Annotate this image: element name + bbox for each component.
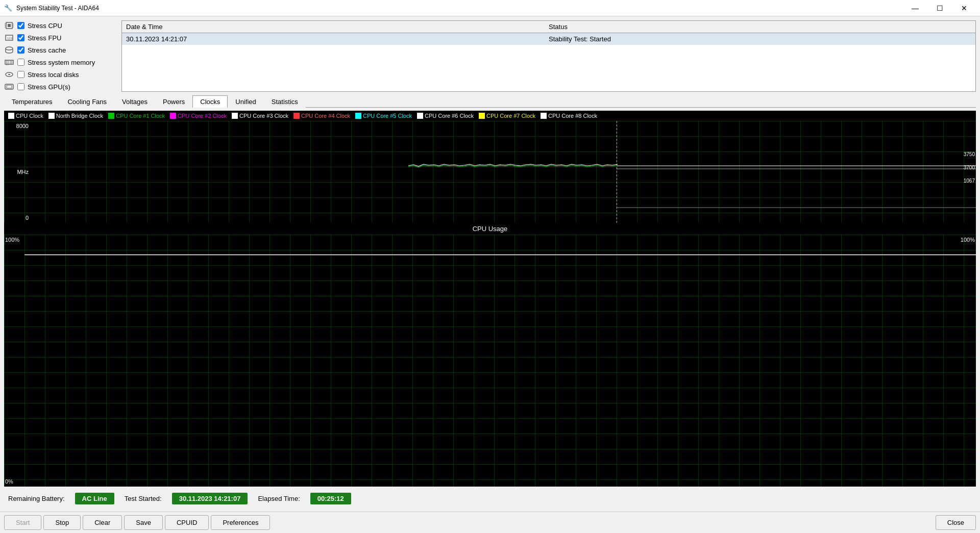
option-stress-gpu: Stress GPU(s) bbox=[4, 82, 116, 92]
app-icon: 🔧 bbox=[4, 4, 12, 12]
tab-temperatures[interactable]: Temperatures bbox=[4, 95, 60, 108]
tab-cooling-fans[interactable]: Cooling Fans bbox=[60, 95, 114, 108]
y-label-0: 0 bbox=[4, 215, 31, 221]
clock-chart-svg bbox=[31, 121, 976, 223]
status-text: Stability Test: Started bbox=[545, 33, 975, 45]
legend-core7-clock: CPU Core #7 Clock bbox=[479, 113, 535, 119]
legend-core4-clock-label: CPU Core #4 Clock bbox=[301, 113, 350, 119]
tab-unified[interactable]: Unified bbox=[228, 95, 263, 108]
stress-cache-label: Stress cache bbox=[28, 46, 66, 54]
legend-core2-clock: CPU Core #2 Clock bbox=[170, 113, 227, 119]
cache-icon bbox=[4, 45, 14, 55]
clear-button[interactable]: Clear bbox=[83, 515, 122, 530]
preferences-button[interactable]: Preferences bbox=[211, 515, 270, 530]
window-title: System Stability Test - AIDA64 bbox=[16, 5, 99, 12]
tabs-bar: Temperatures Cooling Fans Voltages Power… bbox=[4, 95, 976, 108]
option-stress-cache: Stress cache bbox=[4, 45, 116, 55]
disk-icon bbox=[4, 69, 14, 80]
stress-disks-label: Stress local disks bbox=[28, 71, 79, 79]
cpu-usage-area: 100% 0% 100% bbox=[4, 235, 976, 487]
svg-rect-1 bbox=[8, 24, 11, 27]
save-button[interactable]: Save bbox=[124, 515, 163, 530]
minimize-button[interactable]: — bbox=[903, 0, 927, 16]
close-window-button[interactable]: ✕ bbox=[952, 0, 976, 16]
legend-nb-clock-label: North Bridge Clock bbox=[56, 113, 103, 119]
x-time-label: 14:21:07 bbox=[606, 222, 628, 223]
memory-icon bbox=[4, 57, 14, 67]
legend-core5-clock-label: CPU Core #5 Clock bbox=[363, 113, 412, 119]
title-bar: 🔧 System Stability Test - AIDA64 — ☐ ✕ bbox=[0, 0, 980, 16]
legend-core8-clock: CPU Core #8 Clock bbox=[541, 113, 597, 119]
option-stress-disks: Stress local disks bbox=[4, 69, 116, 80]
legend-core1-clock-label: CPU Core #1 Clock bbox=[116, 113, 165, 119]
remaining-battery-label: Remaining Battery: bbox=[8, 495, 65, 502]
gpu-icon bbox=[4, 82, 14, 92]
option-stress-fpu: 123 Stress FPU bbox=[4, 33, 116, 43]
stress-gpu-checkbox[interactable] bbox=[17, 83, 24, 90]
stress-cpu-label: Stress CPU bbox=[28, 22, 62, 30]
tab-powers[interactable]: Powers bbox=[155, 95, 192, 108]
legend-cpu-clock: CPU Clock bbox=[8, 113, 43, 119]
status-row: 30.11.2023 14:21:07 Stability Test: Star… bbox=[122, 33, 975, 45]
legend-core5-clock: CPU Core #5 Clock bbox=[355, 113, 412, 119]
elapsed-time-value: 00:25:12 bbox=[310, 493, 351, 504]
right-val-1067: 1067 bbox=[964, 178, 975, 184]
cpu-usage-title: CPU Usage bbox=[4, 223, 976, 235]
option-stress-cpu: Stress CPU bbox=[4, 20, 116, 31]
status-datetime: 30.11.2023 14:21:07 bbox=[122, 33, 545, 45]
maximize-button[interactable]: ☐ bbox=[928, 0, 951, 16]
stress-fpu-checkbox[interactable] bbox=[17, 34, 24, 41]
test-started-label: Test Started: bbox=[125, 495, 162, 502]
button-bar: Start Stop Clear Save CPUID Preferences … bbox=[0, 512, 980, 533]
legend-core6-clock-label: CPU Core #6 Clock bbox=[425, 113, 474, 119]
svg-rect-21 bbox=[7, 85, 12, 88]
col-datetime: Date & Time bbox=[122, 21, 545, 33]
info-bar: Remaining Battery: AC Line Test Started:… bbox=[4, 490, 976, 507]
tab-statistics[interactable]: Statistics bbox=[264, 95, 306, 108]
svg-point-19 bbox=[8, 74, 10, 75]
legend-core2-clock-label: CPU Core #2 Clock bbox=[178, 113, 227, 119]
stress-disks-checkbox[interactable] bbox=[17, 71, 24, 78]
cpuid-button[interactable]: CPUID bbox=[165, 515, 209, 530]
chart-legend: CPU Clock North Bridge Clock CPU Core #1… bbox=[4, 111, 976, 121]
col-status: Status bbox=[545, 21, 975, 33]
legend-core7-clock-label: CPU Core #7 Clock bbox=[486, 113, 535, 119]
cpu-y-min: 0% bbox=[5, 478, 13, 485]
fpu-icon: 123 bbox=[4, 33, 14, 43]
option-stress-memory: Stress system memory bbox=[4, 57, 116, 67]
legend-core8-clock-label: CPU Core #8 Clock bbox=[548, 113, 597, 119]
close-button[interactable]: Close bbox=[936, 515, 976, 530]
remaining-battery-value: AC Line bbox=[75, 493, 114, 504]
legend-core3-clock: CPU Core #3 Clock bbox=[232, 113, 288, 119]
stress-fpu-label: Stress FPU bbox=[28, 34, 61, 42]
start-button[interactable]: Start bbox=[4, 515, 41, 530]
tab-clocks[interactable]: Clocks bbox=[192, 95, 228, 108]
cpu-y-max: 100% bbox=[5, 237, 19, 243]
stress-cache-checkbox[interactable] bbox=[17, 46, 24, 54]
legend-nb-clock: North Bridge Clock bbox=[48, 113, 103, 119]
stress-memory-checkbox[interactable] bbox=[17, 59, 24, 66]
stress-gpu-label: Stress GPU(s) bbox=[28, 83, 70, 91]
tab-voltages[interactable]: Voltages bbox=[114, 95, 155, 108]
stop-button[interactable]: Stop bbox=[43, 515, 81, 530]
stress-cpu-checkbox[interactable] bbox=[17, 22, 24, 29]
charts-section: CPU Clock North Bridge Clock CPU Core #1… bbox=[4, 111, 976, 487]
test-started-value: 30.11.2023 14:21:07 bbox=[172, 493, 248, 504]
svg-text:123: 123 bbox=[7, 37, 13, 40]
cpu-icon bbox=[4, 20, 14, 31]
elapsed-time-label: Elapsed Time: bbox=[258, 495, 300, 502]
status-table: Date & Time Status 30.11.2023 14:21:07 S… bbox=[122, 21, 975, 45]
right-val-3750: 3750 bbox=[964, 151, 975, 157]
options-panel: Stress CPU 123 Stress FPU Stress cache bbox=[4, 20, 116, 92]
y-label-8000: 8000 bbox=[4, 123, 31, 129]
legend-core3-clock-label: CPU Core #3 Clock bbox=[239, 113, 288, 119]
y-label-mhz: MHz bbox=[4, 169, 31, 175]
svg-point-10 bbox=[6, 47, 13, 50]
cpu-usage-svg bbox=[24, 235, 976, 487]
cpu-usage-chart: CPU Usage 100% 0% 100% bbox=[4, 223, 976, 487]
legend-core4-clock: CPU Core #4 Clock bbox=[293, 113, 350, 119]
clock-chart-area: 8000 MHz 0 3750 3700 1067 bbox=[4, 121, 976, 223]
right-val-3700: 3700 bbox=[964, 165, 975, 170]
legend-core6-clock: CPU Core #6 Clock bbox=[417, 113, 474, 119]
status-table-container: Date & Time Status 30.11.2023 14:21:07 S… bbox=[121, 20, 976, 92]
